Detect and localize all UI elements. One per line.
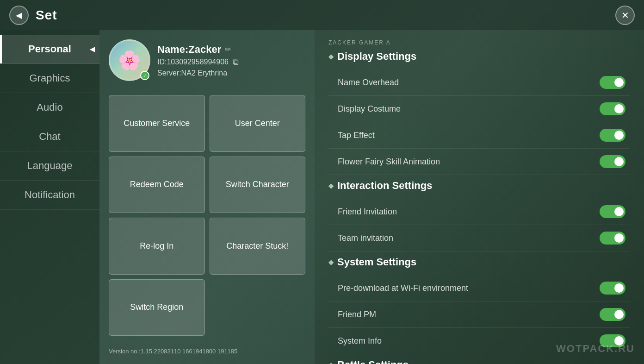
- display-costume-row: Display Costume: [328, 96, 630, 122]
- pre-download-row: Pre-download at Wi-Fi environment: [328, 275, 630, 301]
- team-invitation-row: Team invitation: [328, 225, 630, 251]
- avatar-container: 🌸 ✓: [109, 39, 150, 81]
- content-area: Personal Graphics Audio Chat Language No…: [0, 30, 644, 364]
- sidebar-item-graphics[interactable]: Graphics: [0, 64, 99, 93]
- tap-effect-label: Tap Effect: [338, 131, 375, 140]
- middle-panel: 🌸 ✓ Name:Zacker ✏ ID:103092958994906 ⧉ S…: [99, 30, 315, 364]
- sidebar-item-chat[interactable]: Chat: [0, 122, 99, 151]
- action-buttons-grid: Customer Service User Center Redeem Code…: [109, 95, 305, 336]
- sidebar-item-audio[interactable]: Audio: [0, 93, 99, 122]
- profile-section: 🌸 ✓ Name:Zacker ✏ ID:103092958994906 ⧉ S…: [109, 39, 305, 88]
- interaction-settings-title: ◆ Interaction Settings: [328, 180, 630, 192]
- switch-region-button[interactable]: Switch Region: [109, 279, 205, 336]
- back-button[interactable]: ◀: [9, 6, 29, 25]
- copy-icon[interactable]: ⧉: [233, 57, 239, 67]
- friend-pm-label: Friend PM: [338, 310, 376, 320]
- close-button[interactable]: ✕: [615, 6, 635, 25]
- name-overhead-toggle[interactable]: [600, 76, 625, 89]
- friend-invitation-label: Friend Invitation: [338, 207, 397, 217]
- user-center-button[interactable]: User Center: [210, 95, 306, 152]
- system-settings-title: ◆ System Settings: [328, 256, 630, 268]
- team-invitation-label: Team invitation: [338, 233, 393, 243]
- profile-info: Name:Zacker ✏ ID:103092958994906 ⧉ Serve…: [157, 44, 305, 77]
- flower-fairy-skill-toggle[interactable]: [600, 155, 625, 168]
- profile-name: Name:Zacker: [157, 44, 221, 56]
- avatar-indicator: ✓: [140, 71, 149, 80]
- watermark: WOTPACK.RU: [556, 343, 635, 355]
- profile-name-row: Name:Zacker ✏: [157, 44, 305, 56]
- switch-character-button[interactable]: Switch Character: [210, 157, 306, 213]
- display-costume-toggle[interactable]: [600, 102, 625, 115]
- display-costume-label: Display Costume: [338, 104, 401, 114]
- re-log-in-button[interactable]: Re-log In: [109, 218, 205, 275]
- friend-invitation-row: Friend Invitation: [328, 199, 630, 225]
- flower-fairy-skill-label: Flower Fairy Skill Animation: [338, 157, 440, 167]
- pre-download-toggle[interactable]: [600, 282, 625, 295]
- name-overhead-row: Name Overhead: [328, 69, 630, 96]
- display-settings-title: ◆ Display Settings: [328, 50, 630, 63]
- tap-effect-row: Tap Effect: [328, 122, 630, 149]
- customer-service-button[interactable]: Customer Service: [109, 95, 205, 152]
- version-text: Version no.:1.15.22083110 1661941800 191…: [109, 343, 305, 355]
- system-info-label: System Info: [338, 336, 382, 346]
- friend-pm-row: Friend PM: [328, 301, 630, 328]
- profile-server: Server:NA2 Erythrina: [157, 69, 305, 77]
- panel-title: Set: [36, 8, 57, 23]
- top-bar: ◀ Set ✕: [0, 0, 644, 30]
- top-bar-left: ◀ Set: [9, 6, 57, 25]
- flower-fairy-skill-row: Flower Fairy Skill Animation: [328, 149, 630, 175]
- sidebar-item-personal[interactable]: Personal: [0, 35, 99, 64]
- right-panel: ZACKER GAMER A ◆ Display Settings Name O…: [315, 30, 644, 364]
- redeem-code-button[interactable]: Redeem Code: [109, 157, 205, 213]
- tap-effect-toggle[interactable]: [600, 129, 625, 142]
- username-badge: ZACKER GAMER A: [328, 39, 630, 46]
- friend-pm-toggle[interactable]: [600, 308, 625, 321]
- edit-icon[interactable]: ✏: [225, 45, 231, 54]
- sidebar: Personal Graphics Audio Chat Language No…: [0, 30, 99, 364]
- friend-invitation-toggle[interactable]: [600, 205, 625, 218]
- team-invitation-toggle[interactable]: [600, 232, 625, 245]
- character-stuck-button[interactable]: Character Stuck!: [210, 218, 306, 275]
- sidebar-item-language[interactable]: Language: [0, 151, 99, 181]
- battle-settings-title: ◆ Battle Settings: [328, 359, 630, 364]
- sidebar-item-notification[interactable]: Notification: [0, 181, 99, 210]
- name-overhead-label: Name Overhead: [338, 78, 399, 88]
- pre-download-label: Pre-download at Wi-Fi environment: [338, 283, 468, 293]
- profile-id: ID:103092958994906 ⧉: [157, 57, 305, 67]
